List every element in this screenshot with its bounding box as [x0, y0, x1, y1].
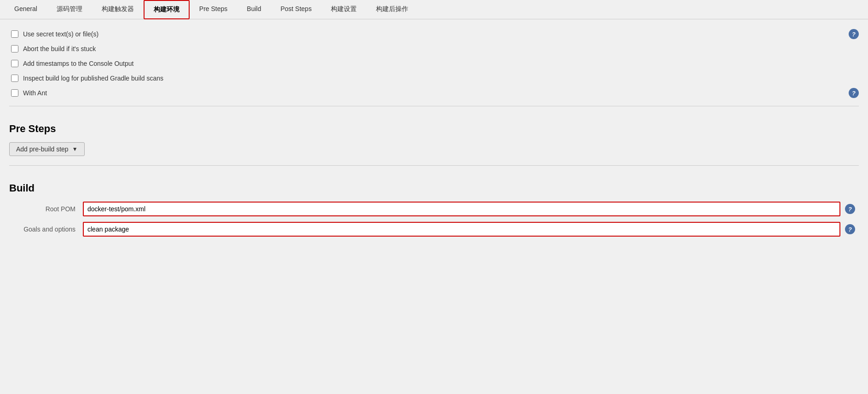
checkbox-row-ant: With Ant? — [9, 86, 859, 100]
build-section: Build Root POM?Goals and options? — [9, 175, 859, 251]
form-label-goals-options: Goals and options — [9, 226, 83, 233]
checkbox-label-secret: Use secret text(s) or file(s) — [23, 30, 98, 38]
form-label-root-pom: Root POM — [9, 205, 83, 213]
tab-env[interactable]: 构建环境 — [144, 0, 190, 19]
tab-pre-steps[interactable]: Pre Steps — [190, 0, 237, 19]
add-step-label: Add pre-build step — [16, 145, 69, 153]
help-icon-root-pom[interactable]: ? — [845, 204, 855, 214]
checkbox-row-gradle: Inspect build log for published Gradle b… — [9, 71, 859, 86]
dropdown-arrow-icon: ▼ — [72, 146, 78, 152]
checkbox-secret[interactable] — [11, 30, 18, 38]
help-icon-goals-options[interactable]: ? — [845, 224, 855, 234]
checkbox-label-abort: Abort the build if it's stuck — [23, 45, 96, 52]
checkbox-row-timestamps: Add timestamps to the Console Output — [9, 56, 859, 71]
tab-build[interactable]: Build — [237, 0, 271, 19]
add-pre-build-step-button[interactable]: Add pre-build step ▼ — [9, 142, 85, 156]
checkbox-row-abort: Abort the build if it's stuck — [9, 41, 859, 56]
checkbox-ant[interactable] — [11, 89, 18, 97]
checkbox-row-secret: Use secret text(s) or file(s)? — [9, 27, 859, 41]
form-input-goals-options[interactable] — [83, 222, 840, 237]
checkbox-gradle[interactable] — [11, 75, 18, 82]
checkbox-label-gradle: Inspect build log for published Gradle b… — [23, 75, 163, 82]
tab-post-steps[interactable]: Post Steps — [271, 0, 321, 19]
content-area: Use secret text(s) or file(s)?Abort the … — [0, 19, 868, 259]
checkbox-abort[interactable] — [11, 45, 18, 52]
checkbox-label-timestamps: Add timestamps to the Console Output — [23, 60, 133, 67]
checkbox-timestamps[interactable] — [11, 60, 18, 67]
build-heading: Build — [9, 182, 859, 194]
tab-source[interactable]: 源码管理 — [47, 0, 92, 19]
help-icon-secret[interactable]: ? — [849, 29, 859, 39]
tab-triggers[interactable]: 构建触发器 — [92, 0, 144, 19]
tab-general[interactable]: General — [5, 0, 47, 19]
checkbox-section: Use secret text(s) or file(s)?Abort the … — [9, 27, 859, 106]
help-icon-ant[interactable]: ? — [849, 88, 859, 98]
tab-navigation: General源码管理构建触发器构建环境Pre StepsBuildPost S… — [0, 0, 868, 19]
checkbox-label-ant: With Ant — [23, 89, 47, 97]
tab-settings[interactable]: 构建设置 — [321, 0, 366, 19]
pre-steps-heading: Pre Steps — [9, 123, 859, 135]
form-row-goals-options: Goals and options? — [9, 222, 859, 237]
tab-post-build[interactable]: 构建后操作 — [366, 0, 418, 19]
pre-steps-section: Pre Steps Add pre-build step ▼ — [9, 116, 859, 166]
form-row-root-pom: Root POM? — [9, 202, 859, 216]
form-input-root-pom[interactable] — [83, 202, 840, 216]
